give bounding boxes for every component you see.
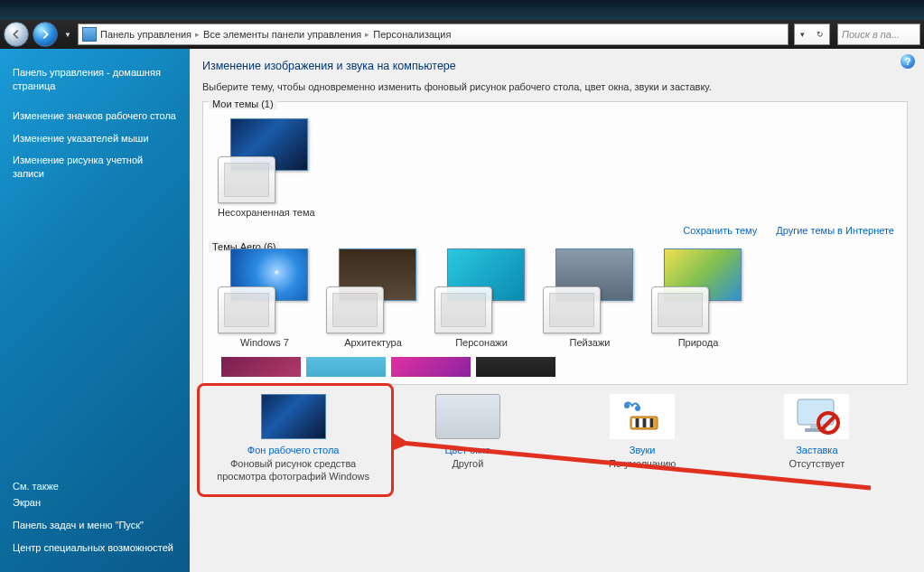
save-theme-link[interactable]: Сохранить тему	[683, 225, 757, 236]
control-panel-icon	[82, 27, 97, 42]
aero-themes-row2-cutoff	[210, 357, 900, 377]
nav-forward-button[interactable]	[33, 22, 58, 47]
sounds-option[interactable]: Звуки По умолчанию	[556, 394, 728, 483]
svg-rect-3	[632, 418, 635, 427]
window-color-thumb-icon	[435, 394, 500, 439]
theme-label: Несохраненная тема	[218, 207, 315, 218]
sidebar-see-also-display[interactable]: Экран	[13, 492, 177, 514]
theme-window-frame-thumb	[326, 286, 384, 333]
my-themes-header: Мои темы (1)	[209, 98, 277, 109]
help-icon[interactable]: ?	[901, 54, 915, 69]
sidebar-link-mouse-pointers[interactable]: Изменение указателей мыши	[13, 127, 177, 150]
page-title: Изменение изображения и звука на компьют…	[202, 60, 908, 72]
breadcrumb-level1[interactable]: Панель управления	[100, 29, 191, 40]
address-bar-buttons[interactable]: ▾ ↻	[794, 23, 830, 45]
sounds-link[interactable]: Звуки	[556, 445, 728, 455]
theme-item-w7[interactable]: Windows 7	[218, 248, 312, 348]
chevron-down-icon[interactable]: ▾	[800, 30, 805, 39]
breadcrumb-level3[interactable]: Персонализация	[373, 29, 451, 40]
theme-item-unsaved[interactable]: Несохраненная тема	[218, 118, 315, 218]
desktop-background-strip	[0, 0, 924, 20]
breadcrumb-separator: ▸	[365, 30, 369, 39]
personalization-options-row: Фон рабочего стола Фоновый рисунок средс…	[202, 389, 908, 491]
sidebar-see-also-accessibility[interactable]: Центр специальных возможностей	[13, 537, 177, 559]
theme-label: Пейзажи	[543, 337, 637, 348]
sounds-thumb-icon	[610, 394, 675, 439]
more-themes-online-link[interactable]: Другие темы в Интернете	[776, 225, 894, 236]
screensaver-option[interactable]: Заставка Отсутствует	[731, 394, 902, 483]
refresh-icon[interactable]: ↻	[817, 30, 824, 39]
svg-rect-4	[636, 418, 639, 427]
desktop-background-value: Фоновый рисунок средства просмотра фотог…	[208, 457, 379, 483]
breadcrumb-separator: ▸	[195, 30, 200, 39]
sidebar-see-also-header: См. также	[13, 474, 177, 492]
screensaver-link[interactable]: Заставка	[731, 445, 902, 455]
svg-rect-7	[647, 418, 649, 427]
theme-window-frame-thumb	[218, 156, 275, 203]
address-bar[interactable]: Панель управления ▸ Все элементы панели …	[78, 23, 789, 45]
theme-window-frame-thumb	[434, 286, 492, 333]
sidebar-see-also-taskbar[interactable]: Панель задач и меню "Пуск"	[13, 514, 177, 537]
theme-label: Архитектура	[326, 337, 420, 348]
theme-window-frame-thumb	[651, 286, 709, 333]
screensaver-thumb-icon	[784, 394, 849, 439]
nav-back-button[interactable]	[4, 22, 29, 47]
breadcrumb-level2[interactable]: Все элементы панели управления	[203, 29, 361, 40]
sidebar-link-account-picture[interactable]: Изменение рисунка учетной записи	[13, 149, 177, 185]
search-input[interactable]: Поиск в па...	[837, 23, 920, 45]
desktop-background-link[interactable]: Фон рабочего стола	[208, 445, 379, 455]
wallpaper-thumb-icon	[261, 394, 326, 439]
desktop-background-option[interactable]: Фон рабочего стола Фоновый рисунок средс…	[208, 394, 379, 483]
theme-window-frame-thumb	[218, 286, 275, 333]
svg-rect-6	[643, 418, 646, 427]
window-color-option[interactable]: Цвет окна Другой	[382, 394, 554, 483]
search-placeholder: Поиск в па...	[842, 29, 900, 40]
themes-panel: Мои темы (1) Несохраненная тема Сохранит…	[202, 101, 908, 385]
svg-point-0	[624, 403, 630, 408]
window-color-value: Другой	[382, 457, 554, 470]
sidebar-home-link[interactable]: Панель управления - домашняя страница	[13, 61, 177, 98]
sounds-value: По умолчанию	[556, 457, 728, 470]
theme-item-char[interactable]: Персонажи	[434, 248, 528, 348]
theme-window-frame-thumb	[543, 286, 601, 333]
screensaver-value: Отсутствует	[731, 457, 902, 470]
svg-rect-8	[650, 418, 653, 427]
theme-label: Персонажи	[434, 337, 528, 348]
nav-history-dropdown[interactable]: ▼	[61, 24, 74, 44]
theme-label: Windows 7	[218, 337, 312, 348]
page-description: Выберите тему, чтобы одновременно измени…	[202, 81, 908, 92]
window-color-link[interactable]: Цвет окна	[382, 445, 554, 455]
sidebar-link-desktop-icons[interactable]: Изменение значков рабочего стола	[13, 105, 177, 127]
theme-label: Природа	[651, 337, 745, 348]
theme-item-nat[interactable]: Природа	[651, 248, 745, 348]
content-pane: ? Изменение изображения и звука на компь…	[190, 49, 924, 572]
theme-item-arch[interactable]: Архитектура	[326, 248, 420, 348]
svg-rect-5	[639, 418, 642, 427]
theme-item-land[interactable]: Пейзажи	[543, 248, 637, 348]
svg-point-1	[635, 406, 640, 411]
sidebar: Панель управления - домашняя страница Из…	[0, 49, 190, 572]
explorer-toolbar: ▼ Панель управления ▸ Все элементы панел…	[0, 20, 924, 49]
